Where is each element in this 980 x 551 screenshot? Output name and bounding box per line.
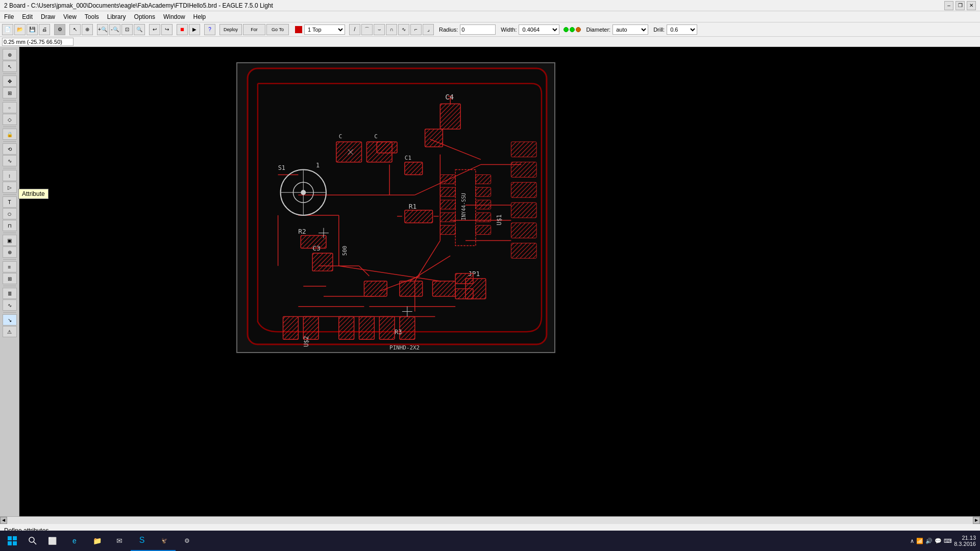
lt-attribute[interactable]: ↘ (3, 314, 17, 325)
h-scrollbar[interactable]: ◀ ▶ (0, 516, 980, 523)
svg-rect-67 (339, 316, 354, 339)
menu-window[interactable]: Window (159, 12, 189, 21)
lt-rect[interactable]: ⊓ (3, 220, 17, 231)
task-view-button[interactable]: ⬜ (41, 531, 63, 551)
tb-print[interactable]: 🖨 (39, 24, 50, 35)
tb-corner[interactable]: ⌟ (423, 24, 434, 35)
minimize-button[interactable]: – (944, 1, 953, 10)
tb-zoom-out[interactable]: -🔍 (109, 24, 120, 35)
svg-rect-38 (511, 243, 536, 259)
tb-info[interactable]: ? (204, 24, 215, 35)
svg-text:C: C (374, 133, 378, 140)
tb-run[interactable]: ▶ (189, 24, 200, 35)
lt-route[interactable]: ∿ (3, 155, 17, 166)
lt-autorouter[interactable]: ∿ (3, 299, 17, 311)
tb-arc3[interactable]: ∩ (386, 24, 397, 35)
network-icon[interactable]: 📶 (916, 538, 923, 544)
lt-arc[interactable]: ◇ (3, 114, 17, 125)
tb-new[interactable]: 📄 (2, 24, 13, 35)
tb-deploy[interactable]: Deploy (219, 24, 242, 35)
menu-tools[interactable]: Tools (81, 12, 103, 21)
lt-grid[interactable]: ≡ (3, 261, 17, 272)
menu-file[interactable]: File (0, 12, 18, 21)
close-button[interactable]: ✕ (967, 1, 976, 10)
svg-text:INY44-SSU: INY44-SSU (461, 193, 467, 220)
mail-button[interactable]: ✉ (108, 531, 131, 551)
explorer-button[interactable]: 📁 (86, 531, 108, 551)
lt-wire[interactable]: ○ (3, 102, 17, 113)
lt-rotate[interactable]: ⊞ (3, 87, 17, 98)
svg-text:500: 500 (341, 246, 348, 256)
tb-arc1[interactable]: ⌒ (361, 24, 373, 35)
svg-text:R2: R2 (298, 228, 306, 235)
menu-help[interactable]: Help (189, 12, 210, 21)
svg-rect-39 (440, 174, 455, 184)
tb-fob[interactable]: For (243, 24, 265, 35)
scroll-left[interactable]: ◀ (0, 517, 7, 524)
lt-circle[interactable]: ○ (3, 208, 17, 219)
start-button[interactable] (0, 531, 24, 551)
diameter-select[interactable]: auto 0.8 1.0 (612, 24, 648, 35)
lt-move[interactable]: ↖ (3, 61, 17, 72)
tb-redo[interactable]: ↪ (161, 24, 173, 35)
svg-rect-88 (400, 281, 423, 296)
svg-rect-63 (405, 162, 423, 175)
lt-drag[interactable]: ✥ (3, 76, 17, 87)
menu-edit[interactable]: Edit (18, 12, 37, 21)
scroll-track[interactable] (7, 517, 973, 524)
tb-zoom-in[interactable]: +🔍 (97, 24, 108, 35)
tb-zoom-fit[interactable]: ⊡ (121, 24, 133, 35)
lt-text[interactable]: T (3, 196, 17, 208)
chevron-icon[interactable]: ∧ (910, 538, 914, 544)
search-button[interactable] (24, 531, 41, 551)
width-select[interactable]: 0.4064 0.2032 0.8128 (519, 24, 559, 35)
menu-view[interactable]: View (59, 12, 81, 21)
tb-arc2[interactable]: ⌣ (374, 24, 385, 35)
lt-smash[interactable]: ⚠ (3, 326, 17, 337)
pcb-canvas[interactable]: C4 R1 R2 C3 C1 JP1 (19, 47, 980, 516)
lt-ripup[interactable]: ⟲ (3, 143, 17, 155)
scroll-right[interactable]: ▶ (973, 517, 980, 524)
skype-button[interactable]: S (131, 531, 153, 551)
menu-library[interactable]: Library (103, 12, 130, 21)
main-area: ⊕ ↖ ✥ ⊞ ○ ◇ 🔒 ⟲ ∿ ↕ ▷ T ○ ⊓ ▣ ⊕ ≡ ⊞ ≣ ∿ … (0, 47, 980, 516)
maximize-button[interactable]: ❐ (955, 1, 965, 10)
lt-polygon[interactable]: ▣ (3, 235, 17, 246)
lt-design-rules[interactable]: ≣ (3, 288, 17, 299)
tb-stop[interactable]: ⏹ (177, 24, 188, 35)
tb-undo[interactable]: ↩ (149, 24, 160, 35)
keyboard-icon[interactable]: ⌨ (944, 538, 952, 544)
tb-open[interactable]: 📂 (14, 24, 26, 35)
volume-icon[interactable]: 🔊 (925, 538, 933, 544)
ie-button[interactable]: e (63, 531, 86, 551)
tb-wave[interactable]: ∿ (398, 24, 409, 35)
lt-select[interactable]: ⊕ (3, 49, 17, 60)
svg-text:U$2: U$2 (303, 336, 310, 347)
layer-color (295, 26, 302, 33)
radius-input[interactable] (460, 24, 496, 35)
notification-icon[interactable]: 💬 (935, 538, 942, 544)
tb-step[interactable]: ⌐ (410, 24, 422, 35)
lt-dimension[interactable]: ⊕ (3, 246, 17, 258)
left-toolbar: ⊕ ↖ ✥ ⊞ ○ ◇ 🔒 ⟲ ∿ ↕ ▷ T ○ ⊓ ▣ ⊕ ≡ ⊞ ≣ ∿ … (0, 47, 19, 516)
tb-zoom-sel[interactable]: 🔍 (134, 24, 145, 35)
lt-split[interactable]: ↕ (3, 170, 17, 181)
tb-move[interactable]: ↖ (69, 24, 81, 35)
menu-draw[interactable]: Draw (37, 12, 59, 21)
svg-text:S1: S1 (278, 164, 285, 171)
svg-text:1: 1 (316, 162, 320, 169)
layer-select[interactable]: 1 Top 2 Route2 16 Bottom (304, 24, 345, 35)
lt-change[interactable]: ▷ (3, 182, 17, 193)
drill-select[interactable]: 0.6 0.8 1.0 (667, 24, 697, 35)
eagle-button[interactable]: 🦅 (153, 531, 176, 551)
tb-drc[interactable]: ⚙ (54, 24, 65, 35)
lt-lock[interactable]: 🔒 (3, 129, 17, 140)
tb-save[interactable]: 💾 (27, 24, 38, 35)
tb-line[interactable]: / (349, 24, 360, 35)
tb-copy[interactable]: ⊕ (82, 24, 93, 35)
tb-to[interactable]: Go To (266, 24, 289, 35)
menu-options[interactable]: Options (130, 12, 159, 21)
lt-layers[interactable]: ⊞ (3, 273, 17, 284)
coord-input[interactable] (2, 38, 74, 46)
other-app-button[interactable]: ⚙ (176, 531, 198, 551)
